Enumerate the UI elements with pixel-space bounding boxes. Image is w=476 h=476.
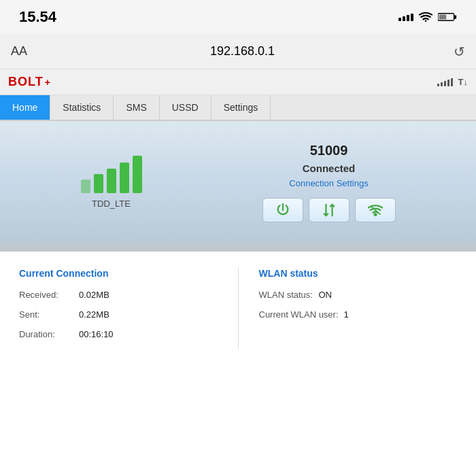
browser-aa-label[interactable]: AA bbox=[11, 44, 31, 58]
section-divider bbox=[0, 243, 476, 252]
current-connection-heading: Current Connection bbox=[19, 268, 218, 279]
data-transfer-icon bbox=[322, 203, 337, 218]
stats-section: Current Connection Received: 0.02MB Sent… bbox=[0, 252, 476, 365]
connection-status: Connected bbox=[303, 163, 356, 174]
wlan-status-col: WLAN status WLAN status: ON Current WLAN… bbox=[259, 268, 458, 349]
wifi-toggle-button[interactable] bbox=[355, 198, 396, 222]
router-app: BOLT + T↓ Home Statistics SMS USSD bbox=[0, 69, 476, 365]
wlan-users-label: Current WLAN user: bbox=[259, 309, 339, 320]
nav-item-ussd[interactable]: USSD bbox=[160, 95, 211, 120]
wlan-users-row: Current WLAN user: 1 bbox=[259, 309, 458, 320]
app-header: BOLT + T↓ bbox=[0, 69, 476, 95]
browser-bar: AA 192.168.0.1 ↺ bbox=[0, 34, 476, 69]
connection-info: 51009 Connected Connection Settings bbox=[262, 143, 396, 222]
bolt-logo-text: BOLT bbox=[8, 75, 44, 89]
current-connection-col: Current Connection Received: 0.02MB Sent… bbox=[19, 268, 218, 349]
nav-item-statistics[interactable]: Statistics bbox=[50, 95, 114, 120]
battery-icon bbox=[438, 12, 457, 22]
svg-rect-3 bbox=[439, 15, 447, 20]
signal-visual: TDD_LTE bbox=[81, 156, 142, 209]
status-bar: 15.54 bbox=[0, 0, 476, 34]
received-label: Received: bbox=[19, 290, 73, 300]
received-value: 0.02MB bbox=[79, 290, 109, 300]
sent-label: Sent: bbox=[19, 309, 73, 320]
wlan-users-value: 1 bbox=[344, 309, 349, 320]
duration-label: Duration: bbox=[19, 329, 73, 339]
browser-url-input[interactable]: 192.168.0.1 bbox=[39, 44, 445, 58]
sent-value: 0.22MB bbox=[79, 309, 109, 320]
connection-settings-link[interactable]: Connection Settings bbox=[289, 178, 368, 188]
action-buttons bbox=[262, 198, 396, 222]
t-arrow-icon: T↓ bbox=[458, 77, 468, 87]
main-hero: TDD_LTE 51009 Connected Connection Setti… bbox=[0, 121, 476, 243]
nav-item-home[interactable]: Home bbox=[0, 95, 50, 120]
browser-refresh-button[interactable]: ↺ bbox=[454, 44, 465, 60]
nav-bar: Home Statistics SMS USSD Settings bbox=[0, 95, 476, 121]
signal-bars-icon bbox=[398, 14, 413, 21]
network-id: 51009 bbox=[310, 143, 348, 158]
sent-row: Sent: 0.22MB bbox=[19, 309, 218, 320]
duration-value: 00:16:10 bbox=[79, 329, 114, 339]
header-right-icons: T↓ bbox=[437, 77, 468, 87]
nav-item-sms[interactable]: SMS bbox=[114, 95, 159, 120]
wifi-icon bbox=[419, 12, 432, 22]
svg-rect-2 bbox=[454, 15, 457, 18]
power-icon bbox=[275, 203, 290, 218]
duration-row: Duration: 00:16:10 bbox=[19, 329, 218, 339]
wifi-toggle-icon bbox=[368, 203, 383, 218]
wlan-status-row: WLAN status: ON bbox=[259, 290, 458, 300]
bolt-logo: BOLT + bbox=[8, 75, 50, 89]
power-button[interactable] bbox=[262, 198, 303, 222]
signal-bars-large-icon bbox=[81, 156, 142, 193]
status-time: 15.54 bbox=[19, 8, 56, 26]
svg-point-0 bbox=[425, 20, 427, 22]
signal-type-label: TDD_LTE bbox=[92, 199, 131, 209]
header-signal-bars-icon bbox=[437, 78, 453, 86]
bolt-logo-plus: + bbox=[45, 77, 50, 88]
nav-item-settings[interactable]: Settings bbox=[211, 95, 271, 120]
wlan-status-heading: WLAN status bbox=[259, 268, 458, 279]
wlan-status-value: ON bbox=[319, 290, 333, 300]
status-icons bbox=[398, 12, 457, 22]
wlan-status-label: WLAN status: bbox=[259, 290, 313, 300]
svg-point-4 bbox=[374, 214, 376, 216]
data-transfer-button[interactable] bbox=[309, 198, 350, 222]
stats-col-divider bbox=[238, 268, 239, 349]
received-row: Received: 0.02MB bbox=[19, 290, 218, 300]
